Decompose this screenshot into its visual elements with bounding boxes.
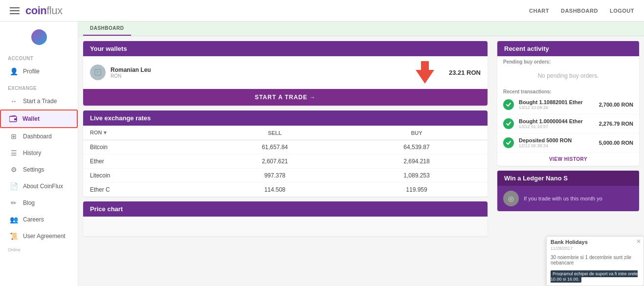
sidebar-item-wallet[interactable]: Wallet [0,110,78,128]
profile-icon: 👤 [9,67,18,76]
wallet-icon [9,114,18,123]
sidebar-item-user-agreement[interactable]: 📜 User Agreement [0,228,78,244]
crypto-name: Ether [83,154,204,169]
nav-logout[interactable]: LOGOUT [610,8,634,14]
svg-rect-1 [14,118,17,120]
sidebar-item-about[interactable]: 📄 About CoinFlux [0,178,78,195]
sidebar-item-wallet-label: Wallet [22,115,40,122]
sell-price: 61,657.84 [204,140,346,154]
sidebar-item-dashboard[interactable]: ⊞ Dashboard [0,128,78,145]
ron-label: RON [90,130,104,135]
right-panel: Recent activity Pending buy orders: No p… [492,36,644,286]
buy-price: 119.959 [346,183,488,197]
table-row: Litecoin 997.378 1,089.253 [83,169,488,183]
ledger-body: ◎ If you trade with us this month yo [497,186,639,211]
tab-dashboard[interactable]: DASHBOARD [83,22,131,36]
notification-body: 30 noiembrie si 1 decembrie sunt zile ne… [547,253,644,286]
sidebar-item-profile[interactable]: 👤 Profile [0,63,78,80]
check-icon [503,99,514,110]
notification-popup: ✕ Bank Holidays 11/28/2017 30 noiembrie … [546,236,644,286]
no-pending-orders: No pending buy orders. [497,66,639,86]
user-agreement-icon: 📜 [9,232,18,241]
tx-title: Bought 1.00000044 Ether [519,118,594,124]
dropdown-arrow: ▾ [104,130,107,135]
rates-table: RON ▾ SELL BUY Bitcoin 61,657.84 64,539.… [83,126,488,197]
notification-date: 11/28/2017 [547,246,644,253]
logo: coinflux [25,4,62,17]
table-row: Ether 2,607.621 2,694.218 [83,154,488,169]
notification-highlight: Programul echipei de suport va fi intre … [551,270,638,283]
start-trade-button[interactable]: START A TRADE → [83,89,488,106]
col-currency[interactable]: RON ▾ [83,126,204,140]
nav-chart[interactable]: CHART [529,8,549,14]
view-history-link[interactable]: VIEW HISTORY [497,153,639,166]
wallet-row-ron: Romanian Leu RON 23.21 RON [83,56,488,89]
tx-title: Deposited 5000 RON [519,137,594,143]
crypto-name: Bitcoin [83,140,204,154]
sidebar-item-careers[interactable]: 👥 Careers [0,211,78,228]
wallet-info-ron: Romanian Leu RON [111,66,401,79]
crypto-name: Litecoin [83,169,204,183]
sell-price: 2,607.621 [204,154,346,169]
sidebar-item-blog-label: Blog [23,199,35,206]
exchange-rates-card: Live exchange rates RON ▾ SELL BUY [83,110,488,197]
price-chart-header: Price chart [83,201,488,217]
notification-body-text: 30 noiembrie si 1 decembrie sunt zile ne… [551,255,631,265]
crypto-name: Ether C [83,183,204,197]
tx-title: Bought 1.10882001 Ether [519,99,594,105]
account-label: Account [0,50,78,63]
wallets-card: Your wallets Romanian Leu RON [83,41,488,106]
settings-icon: ⚙ [9,165,18,174]
avatar [31,29,47,45]
trade-icon: ↔ [9,97,18,106]
recent-transactions-label: Recent transactions: [497,86,639,95]
sidebar-item-blog[interactable]: ✏ Blog [0,195,78,211]
sidebar-item-user-agreement-label: User Agreement [23,233,66,240]
buy-price: 1,089.253 [346,169,488,183]
wallet-name-ron: Romanian Leu [111,66,401,73]
tx-amount: 2,276.79 RON [599,121,633,127]
tx-amount: 2,700.00 RON [599,102,633,108]
careers-icon: 👥 [9,215,18,224]
price-chart-card: Price chart [83,201,488,236]
online-label: Online [0,244,78,253]
transaction-row: Bought 1.10882001 Ether 13/12 10:08:26 2… [497,95,639,114]
recent-activity-header: Recent activity [497,41,639,56]
sidebar-item-settings-label: Settings [23,166,44,173]
sidebar-item-careers-label: Careers [23,216,44,223]
wallet-amount-ron: 23.21 RON [449,69,481,76]
buy-price: 2,694.218 [346,154,488,169]
pending-label: Pending buy orders: [497,56,639,66]
table-row: Ether C 114.508 119.959 [83,183,488,197]
tx-info: Bought 1.00000044 Ether 13/12 01:10:57 [519,118,594,129]
price-chart-body [83,217,488,236]
history-icon: ☰ [9,149,18,157]
ledger-header: Win a Ledger Nano S [497,171,639,186]
tx-amount: 5,000.00 RON [599,140,633,146]
top-nav-right: CHART DASHBOARD LOGOUT [529,8,634,14]
hamburger-menu[interactable] [10,7,20,14]
sidebar-item-history[interactable]: ☰ History [0,145,78,161]
main: DASHBOARD Your wallets [78,22,644,286]
layout: Account 👤 Profile Exchange ↔ Start a Tra… [0,22,644,286]
sell-price: 114.508 [204,183,346,197]
profile-area [0,22,78,50]
sidebar-item-start-trade-label: Start a Trade [23,98,57,105]
notification-title: Bank Holidays [547,237,644,246]
top-nav: coinflux CHART DASHBOARD LOGOUT [0,0,644,22]
nav-dashboard[interactable]: DASHBOARD [561,8,598,14]
ron-icon [90,65,106,80]
transaction-row: Deposited 5000 RON 12/12 06:39:24 5,000.… [497,133,639,153]
tx-info: Deposited 5000 RON 12/12 06:39:24 [519,137,594,148]
svg-rect-3 [95,69,101,75]
notification-close-button[interactable]: ✕ [636,238,641,245]
tx-date: 13/12 01:10:57 [519,124,594,129]
dashboard-icon: ⊞ [9,132,18,141]
sidebar-item-settings[interactable]: ⚙ Settings [0,161,78,178]
blog-icon: ✏ [9,198,18,207]
sidebar-item-start-trade[interactable]: ↔ Start a Trade [0,93,78,110]
exchange-label: Exchange [0,80,78,93]
wallet-code-ron: RON [111,73,401,79]
transaction-row: Bought 1.00000044 Ether 13/12 01:10:57 2… [497,114,639,133]
ledger-card: Win a Ledger Nano S ◎ If you trade with … [497,171,639,211]
